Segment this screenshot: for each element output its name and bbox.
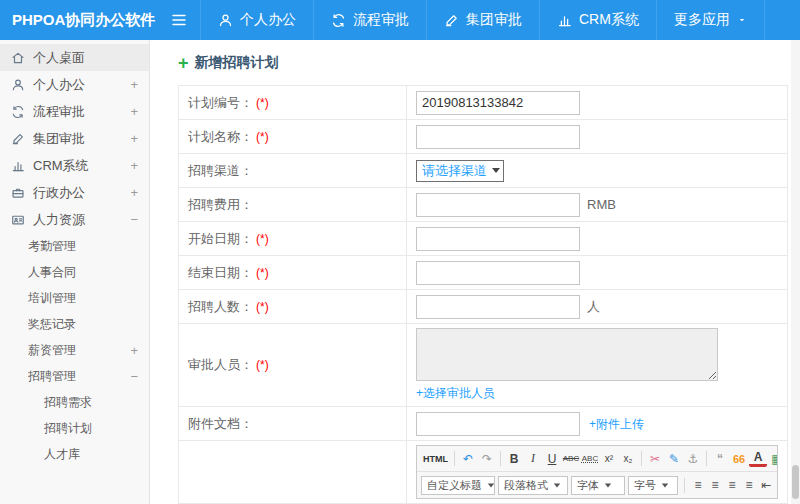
expand-toggle[interactable]: + (130, 77, 138, 92)
required-marker: (*) (256, 300, 269, 314)
plan-name-input[interactable] (416, 125, 580, 149)
sidebar-item-recruit-demand[interactable]: 招聘需求 (0, 389, 149, 415)
format-painter-icon[interactable]: ✎ (665, 449, 683, 468)
cost-input[interactable] (416, 193, 580, 217)
start-date-input[interactable] (416, 227, 580, 251)
expand-toggle[interactable]: − (130, 369, 138, 384)
sidebar-item-talent-pool[interactable]: 人才库 (0, 441, 149, 467)
page-title-text: 新增招聘计划 (195, 54, 279, 72)
plan-number-input[interactable] (416, 91, 580, 115)
field-value-cell (407, 86, 788, 120)
font-family-select[interactable]: 字体 (571, 476, 625, 495)
field-label-cell: 招聘费用： (179, 188, 407, 222)
quote-icon[interactable]: “ (711, 449, 729, 468)
sidebar-item-personal-desktop[interactable]: 个人桌面 (0, 44, 149, 71)
editor-toolbar-row1: HTML ↶ ↷ B I U ABC ABC x² x₂ ✂ (417, 446, 777, 472)
form-row-cost: 招聘费用： RMB (179, 188, 788, 222)
flow-approval-icon (11, 105, 25, 119)
heading-select[interactable]: 自定义标题 (421, 476, 495, 495)
expand-toggle[interactable]: + (130, 343, 138, 358)
sidebar-item-personal-office[interactable]: 个人办公 + (0, 71, 149, 98)
approvers-textarea[interactable] (416, 328, 718, 381)
outdent-icon[interactable]: ⇤ (759, 476, 773, 495)
vertical-scrollbar[interactable] (791, 40, 800, 504)
topbar-nav: 个人办公 流程审批 集团审批 CRM系统 更多应用 (200, 0, 765, 40)
form-row-end-date: 结束日期：(*) (179, 256, 788, 290)
field-label-cell: 附件文档： (179, 407, 407, 441)
form-row-plan-number: 计划编号：(*) (179, 86, 788, 120)
sidebar-item-attendance[interactable]: 考勤管理 (0, 233, 149, 259)
sidebar-item-group-approval[interactable]: 集团审批 + (0, 125, 149, 152)
nav-workflow-approval[interactable]: 流程审批 (313, 0, 426, 40)
field-label: 计划名称： (188, 129, 253, 144)
expand-toggle[interactable]: + (130, 185, 138, 200)
align-right-icon[interactable]: ≡ (725, 476, 739, 495)
edit-approval-icon (11, 132, 25, 146)
field-value-cell: RMB (407, 188, 788, 222)
select-arrow-icon (554, 483, 560, 487)
expand-toggle[interactable]: + (130, 104, 138, 119)
anchor-icon[interactable]: ⚓ (684, 449, 702, 468)
nav-more-apps[interactable]: 更多应用 (656, 0, 765, 40)
underline-icon[interactable]: U (543, 449, 561, 468)
bold-icon[interactable]: B (505, 449, 523, 468)
form-row-start-date: 开始日期：(*) (179, 222, 788, 256)
sidebar-item-rewards[interactable]: 奖惩记录 (0, 311, 149, 337)
scrollbar-thumb[interactable] (792, 465, 799, 499)
align-left-icon[interactable]: ≡ (691, 476, 705, 495)
sidebar-item-human-resources[interactable]: 人力资源 − (0, 206, 149, 233)
subscript-icon[interactable]: x₂ (619, 449, 637, 468)
redo-icon[interactable]: ↷ (478, 449, 496, 468)
hamburger-menu-icon[interactable] (158, 0, 200, 40)
superscript-icon[interactable]: x² (600, 449, 618, 468)
sidebar-item-recruit-plan[interactable]: 招聘计划 (0, 415, 149, 441)
sidebar-item-admin-office[interactable]: 行政办公 + (0, 179, 149, 206)
select-arrow-icon (662, 483, 668, 487)
field-label: 审批人员： (188, 357, 253, 372)
nav-group-approval[interactable]: 集团审批 (426, 0, 539, 40)
field-label-cell: 计划编号：(*) (179, 86, 407, 120)
sidebar-item-crm-system[interactable]: CRM系统 + (0, 152, 149, 179)
spellcheck-icon[interactable]: ABC (581, 449, 599, 468)
font-color-icon[interactable]: A (749, 451, 767, 467)
end-date-input[interactable] (416, 261, 580, 285)
align-justify-icon[interactable]: ≡ (742, 476, 756, 495)
sidebar-item-recruitment[interactable]: 招聘管理 − (0, 363, 149, 389)
table-icon[interactable]: ▦ (768, 449, 777, 468)
field-value-cell: 请选择渠道 (407, 154, 788, 188)
nav-crm-system[interactable]: CRM系统 (539, 0, 656, 40)
sidebar-item-workflow-approval[interactable]: 流程审批 + (0, 98, 149, 125)
undo-icon[interactable]: ↶ (459, 449, 477, 468)
sidebar-item-training[interactable]: 培训管理 (0, 285, 149, 311)
field-value-cell: HTML ↶ ↷ B I U ABC ABC x² x₂ ✂ (407, 441, 788, 504)
nav-personal-office[interactable]: 个人办公 (200, 0, 313, 40)
expand-toggle[interactable]: + (130, 158, 138, 173)
expand-toggle[interactable]: + (130, 131, 138, 146)
form-row-channel: 招聘渠道： 请选择渠道 (179, 154, 788, 188)
cut-icon[interactable]: ✂ (646, 449, 664, 468)
indent-icon[interactable]: ⇥ (776, 476, 777, 495)
sidebar-item-salary[interactable]: 薪资管理 + (0, 337, 149, 363)
font-size-select[interactable]: 字号 (628, 476, 678, 495)
field-value-cell: 人 (407, 290, 788, 324)
italic-icon[interactable]: I (524, 449, 542, 468)
expand-toggle[interactable]: − (130, 212, 138, 227)
html-source-button[interactable]: HTML (421, 449, 450, 468)
field-value-cell (407, 222, 788, 256)
sidebar-item-hr-contract[interactable]: 人事合同 (0, 259, 149, 285)
align-center-icon[interactable]: ≡ (708, 476, 722, 495)
required-marker: (*) (256, 266, 269, 280)
paragraph-format-select[interactable]: 段落格式 (498, 476, 568, 495)
sidebar-item-label: 个人办公 (33, 76, 85, 94)
blockquote-icon[interactable]: 66 (730, 449, 748, 468)
channel-select[interactable]: 请选择渠道 (416, 160, 504, 182)
headcount-input[interactable] (416, 295, 580, 319)
attachment-input[interactable] (416, 412, 580, 436)
strikethrough-icon[interactable]: ABC (562, 449, 580, 468)
required-marker: (*) (256, 130, 269, 144)
channel-select-value: 请选择渠道 (422, 162, 487, 180)
edit-approval-icon (444, 13, 459, 28)
select-approvers-link[interactable]: +选择审批人员 (416, 386, 495, 400)
attachment-upload-link[interactable]: +附件上传 (589, 417, 644, 431)
sidebar-item-label: 集团审批 (33, 130, 85, 148)
